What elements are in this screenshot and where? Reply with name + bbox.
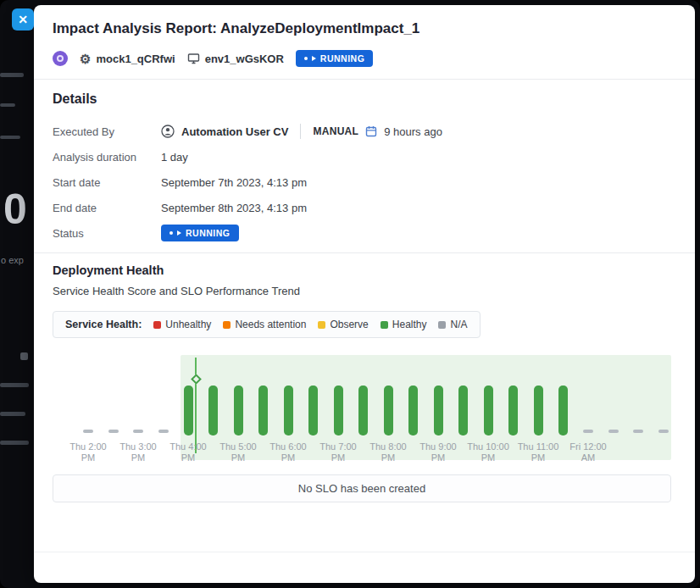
executed-by-user: Automation User CV — [181, 125, 288, 138]
running-dot-icon — [169, 231, 173, 235]
close-icon: ✕ — [18, 14, 28, 25]
x-axis-label: Thu 8:00PM — [363, 441, 414, 463]
x-axis-label: Thu 2:00PM — [63, 441, 114, 463]
detail-row-duration: Analysis duration 1 day — [53, 144, 675, 169]
healthy-bar[interactable] — [358, 386, 368, 435]
health-chart: Thu 2:00PMThu 3:00PMThu 4:00PMThu 5:00PM… — [53, 350, 671, 464]
report-meta-row: ⚙ mock1_qCRfwi env1_wGsKOR RUNNING — [53, 50, 675, 67]
detail-row-end-date: End date September 8th 2023, 4:13 pm — [53, 195, 675, 220]
x-axis-label: Thu 9:00PM — [413, 441, 464, 463]
background-big-number: 0 — [3, 185, 27, 234]
mock-name: mock1_qCRfwi — [96, 53, 175, 65]
footer-divider — [34, 552, 695, 552]
na-marker — [608, 430, 619, 433]
healthy-bar[interactable] — [308, 386, 318, 435]
healthy-bar[interactable] — [534, 386, 543, 435]
background-remnant-line — [0, 103, 15, 107]
modal-title: Impact Analysis Report: AnalyzeDeploymen… — [53, 20, 675, 37]
screen: 0 o exp ✕ Impact Analysis Report: Analyz… — [0, 0, 700, 588]
healthy-bar[interactable] — [234, 386, 243, 435]
x-axis-label: Thu 10:00PM — [463, 441, 514, 463]
details-heading: Details — [53, 92, 675, 107]
gear-icon: ⚙ — [80, 53, 91, 65]
deployment-health-subtitle: Service Health Score and SLO Performance… — [53, 285, 671, 297]
deployment-health-section: Deployment Health Service Health Score a… — [34, 253, 695, 502]
status-badge: RUNNING — [161, 225, 239, 241]
background-remnant-line — [0, 73, 24, 77]
background-clipped-text: o exp — [1, 255, 24, 265]
healthy-bar[interactable] — [258, 386, 268, 435]
healthy-bar[interactable] — [484, 386, 493, 435]
legend-swatch — [153, 321, 161, 329]
healthy-bar[interactable] — [184, 386, 193, 435]
na-marker — [133, 430, 143, 433]
healthy-bar[interactable] — [208, 386, 218, 435]
healthy-bar[interactable] — [508, 386, 518, 435]
healthy-bar[interactable] — [458, 386, 468, 435]
close-modal-button[interactable]: ✕ — [12, 8, 34, 31]
na-marker — [583, 430, 593, 433]
health-legend-items: UnhealthyNeeds attentionObserveHealthyN/… — [153, 319, 467, 330]
healthy-bar[interactable] — [408, 386, 418, 435]
healthy-bar[interactable] — [284, 386, 293, 435]
legend-item: Observe — [318, 319, 368, 330]
healthy-bar[interactable] — [384, 386, 393, 435]
background-remnant-line — [0, 441, 29, 445]
report-avatar-icon — [53, 51, 68, 66]
x-axis-label: Thu 5:00PM — [213, 441, 264, 463]
trigger-type: MANUAL — [313, 125, 358, 137]
na-marker — [633, 430, 643, 433]
details-section: Details Executed By Automation User CV M… — [34, 80, 695, 252]
legend-swatch — [381, 321, 388, 329]
impact-analysis-report-modal: Impact Analysis Report: AnalyzeDeploymen… — [34, 5, 695, 583]
legend-swatch — [438, 321, 446, 329]
deployment-health-heading: Deployment Health — [53, 263, 671, 277]
na-marker — [158, 430, 169, 433]
background-remnant-line — [0, 383, 29, 387]
executed-time: 9 hours ago — [384, 125, 442, 138]
legend-item: N/A — [438, 319, 467, 330]
calendar-icon — [365, 125, 377, 137]
x-axis-label: Fri 12:00AM — [563, 441, 614, 463]
legend-swatch — [318, 321, 325, 329]
legend-title: Service Health: — [65, 319, 142, 330]
detail-row-status: Status RUNNING — [53, 220, 675, 246]
monitor-icon — [187, 53, 200, 64]
healthy-bar[interactable] — [334, 386, 343, 435]
legend-item: Healthy — [381, 319, 427, 330]
legend-swatch — [223, 321, 231, 329]
vertical-separator — [300, 124, 301, 139]
x-axis-label: Thu 3:00PM — [113, 441, 164, 463]
legend-item: Unhealthy — [153, 319, 211, 330]
status-badge: RUNNING — [296, 50, 374, 67]
background-remnant-line — [0, 412, 25, 416]
user-icon — [161, 125, 175, 138]
background-remnant-line — [0, 136, 20, 139]
environment-name: env1_wGsKOR — [205, 53, 284, 65]
running-arrow-icon — [312, 56, 316, 61]
na-marker — [83, 430, 93, 433]
service-health-legend: Service Health: UnhealthyNeeds attention… — [53, 311, 481, 338]
na-marker — [658, 430, 669, 433]
running-dot-icon — [304, 57, 308, 60]
environment-chip[interactable]: env1_wGsKOR — [187, 53, 284, 65]
detail-row-start-date: Start date September 7th 2023, 4:13 pm — [53, 169, 675, 195]
slo-empty-text: No SLO has been created — [298, 482, 425, 495]
x-axis-label: Thu 6:00PM — [263, 441, 314, 463]
healthy-bar[interactable] — [434, 386, 443, 435]
x-axis-label: Thu 11:00PM — [513, 441, 564, 463]
detail-row-executed-by: Executed By Automation User CV MANUAL — [53, 119, 675, 144]
na-marker — [108, 430, 119, 433]
x-axis-label: Thu 7:00PM — [313, 441, 364, 463]
running-arrow-icon — [177, 230, 181, 236]
mock-chip[interactable]: ⚙ mock1_qCRfwi — [80, 53, 175, 65]
healthy-bar[interactable] — [558, 386, 568, 435]
deployment-marker-line — [195, 358, 197, 453]
slo-empty-state: No SLO has been created — [53, 474, 671, 502]
modal-header: Impact Analysis Report: AnalyzeDeploymen… — [34, 5, 695, 79]
legend-item: Needs attention — [223, 319, 306, 330]
x-axis-label: Thu 4:00PM — [163, 441, 214, 463]
